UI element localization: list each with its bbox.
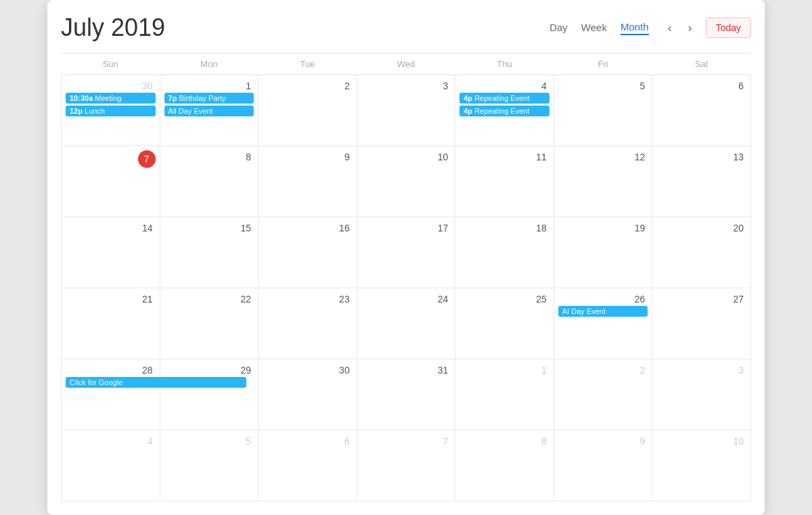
event-chip[interactable]: 12p Lunch (66, 106, 156, 116)
calendar-cell[interactable]: 23 (258, 288, 357, 359)
cell-date: 7 (361, 434, 451, 448)
today-button[interactable]: Today (706, 18, 751, 38)
cell-date: 11 (459, 150, 549, 164)
calendar-cell[interactable]: 18 (455, 217, 554, 288)
prev-button[interactable]: ‹ (662, 18, 677, 38)
cell-date: 5 (164, 434, 254, 448)
view-month-button[interactable]: Month (621, 21, 649, 35)
cell-date: 10 (656, 434, 746, 448)
calendar-cell[interactable]: 10 (357, 146, 455, 217)
cell-date: 1 (164, 79, 254, 93)
calendar-grid: Sun Mon Tue Wed Thu Fri Sat 3010:30a Mee… (61, 53, 751, 501)
calendar-cell[interactable]: 3 (652, 359, 751, 430)
calendar-cell[interactable]: 25 (455, 288, 554, 359)
cell-date: 6 (263, 434, 353, 448)
calendar-cell[interactable]: 31 (357, 359, 455, 430)
calendar-week-row: 78910111213 (62, 146, 751, 217)
event-chip[interactable]: Click for Google (66, 377, 246, 388)
calendar-cell[interactable]: 10 (652, 430, 751, 501)
cell-date: 22 (164, 292, 254, 306)
calendar-cell[interactable]: 6 (652, 75, 751, 146)
calendar-cell[interactable]: 26AI Day Event (554, 288, 652, 359)
cell-date: 30 (263, 363, 353, 377)
calendar-cell[interactable]: 2 (258, 75, 357, 146)
calendar-cell[interactable]: 27 (652, 288, 751, 359)
calendar-cell[interactable]: 3010:30a Meeting12p Lunch (62, 75, 160, 146)
calendar-cell[interactable]: 17 (357, 217, 455, 288)
next-button[interactable]: › (683, 18, 698, 38)
calendar-cell[interactable]: 44p Repeating Event4p Repeating Event (455, 75, 554, 146)
cell-date: 21 (66, 292, 156, 306)
calendar-cell[interactable]: 8 (160, 146, 258, 217)
cell-date: 2 (558, 363, 648, 377)
cell-date: 8 (459, 434, 549, 448)
calendar-cell[interactable]: 22 (160, 288, 258, 359)
header-thu: Thu (455, 53, 554, 75)
calendar-cell[interactable]: 28Click for Google (62, 359, 160, 430)
calendar-cell[interactable]: 19 (554, 217, 652, 288)
calendar-cell[interactable]: 5 (160, 430, 258, 501)
cell-date: 3 (656, 363, 746, 377)
calendar-cell[interactable]: 15 (160, 217, 258, 288)
cell-date: 20 (656, 221, 746, 235)
cell-date: 23 (263, 292, 353, 306)
calendar-cell[interactable]: 30 (258, 359, 357, 430)
header-wed: Wed (357, 53, 455, 75)
cell-date: 4 (66, 434, 156, 448)
calendar-cell[interactable]: 29 (160, 359, 258, 430)
event-chip[interactable]: 4p Repeating Event (459, 106, 549, 116)
cell-date: 25 (459, 292, 549, 306)
calendar-cell[interactable]: 11 (455, 146, 554, 217)
calendar-cell[interactable]: 5 (554, 75, 652, 146)
calendar-cell[interactable]: 9 (554, 430, 652, 501)
cell-date: 1 (459, 363, 549, 377)
event-chip[interactable]: All Day Event (164, 106, 254, 116)
calendar-cell[interactable]: 12 (554, 146, 652, 217)
cell-date: 4 (459, 79, 549, 93)
calendar-week-row: 3010:30a Meeting12p Lunch17p Birthday Pa… (62, 75, 751, 146)
cell-date: 24 (361, 292, 451, 306)
today-date: 7 (138, 150, 156, 168)
days-header-row: Sun Mon Tue Wed Thu Fri Sat (62, 53, 751, 75)
calendar-cell[interactable]: 4 (62, 430, 160, 501)
calendar-cell[interactable]: 8 (455, 430, 554, 501)
calendar-week-row: 45678910 (62, 430, 751, 501)
calendar-cell[interactable]: 3 (357, 75, 455, 146)
event-chip[interactable]: 4p Repeating Event (459, 93, 549, 104)
calendar-cell[interactable]: 1 (455, 359, 554, 430)
cell-date: 8 (164, 150, 254, 164)
header-tue: Tue (258, 53, 357, 75)
calendar-cell[interactable]: 2 (554, 359, 652, 430)
cell-date: 15 (164, 221, 254, 235)
event-chip[interactable]: AI Day Event (558, 306, 648, 317)
cell-date: 2 (263, 79, 353, 93)
cell-date: 27 (656, 292, 746, 306)
cell-date: 5 (558, 79, 648, 93)
calendar-title: July 2019 (61, 14, 549, 42)
view-day-button[interactable]: Day (549, 22, 568, 35)
calendar-cell[interactable]: 9 (258, 146, 357, 217)
calendar-cell[interactable]: 7 (62, 146, 160, 217)
header-sat: Sat (652, 53, 751, 75)
cell-date: 17 (361, 221, 451, 235)
calendar-cell[interactable]: 7 (357, 430, 455, 501)
calendar-cell[interactable]: 14 (62, 217, 160, 288)
event-chip[interactable]: 10:30a Meeting (66, 93, 156, 104)
calendar-cell[interactable]: 21 (62, 288, 160, 359)
calendar-cell[interactable]: 16 (258, 217, 357, 288)
event-chip[interactable]: 7p Birthday Party (164, 93, 254, 104)
header-fri: Fri (554, 53, 652, 75)
cell-date: 6 (656, 79, 746, 93)
calendar-week-row: 14151617181920 (62, 217, 751, 288)
calendar-cell[interactable]: 24 (357, 288, 455, 359)
nav-buttons: ‹ › (662, 18, 698, 38)
cell-date: 12 (558, 150, 648, 164)
calendar-cell[interactable]: 6 (258, 430, 357, 501)
header-sun: Sun (62, 53, 160, 75)
cell-date: 26 (558, 292, 648, 306)
view-week-button[interactable]: Week (581, 22, 607, 35)
cell-date: 3 (361, 79, 451, 93)
calendar-cell[interactable]: 13 (652, 146, 751, 217)
calendar-cell[interactable]: 20 (652, 217, 751, 288)
calendar-cell[interactable]: 17p Birthday PartyAll Day Event (160, 75, 258, 146)
